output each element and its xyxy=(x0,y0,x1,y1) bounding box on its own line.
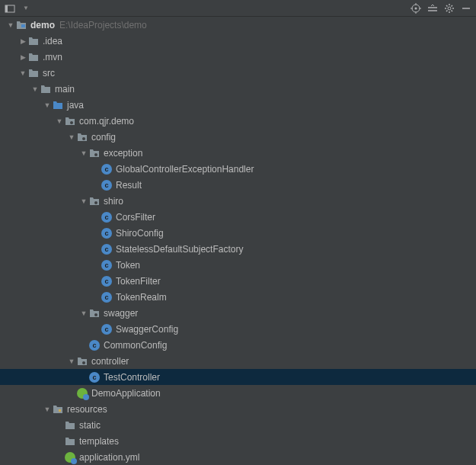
tree-item[interactable]: ▼main xyxy=(0,81,476,97)
tree-item[interactable]: ▼demoE:\IdeaProjects\demo xyxy=(0,17,476,33)
tree-item-label: demo xyxy=(30,20,55,30)
svg-point-15 xyxy=(94,153,97,156)
svg-rect-12 xyxy=(21,24,25,27)
chevron-down-icon[interactable]: ▼ xyxy=(55,117,64,125)
tree-item[interactable]: DemoApplication xyxy=(0,385,476,401)
chevron-down-icon[interactable]: ▼ xyxy=(79,309,88,317)
tree-item-label: Token xyxy=(116,260,140,271)
chevron-down-icon[interactable]: ▼ xyxy=(30,85,40,93)
chevron-down-icon[interactable]: ▼ xyxy=(67,358,76,365)
java-class-icon: c xyxy=(88,339,101,351)
tree-item[interactable]: ▼controller xyxy=(0,353,476,369)
java-class-icon: c xyxy=(101,211,113,223)
tree-item[interactable]: cToken xyxy=(0,257,476,273)
tree-item[interactable]: application.yml xyxy=(0,449,476,465)
package-icon xyxy=(88,147,101,159)
chevron-down-icon[interactable]: ▼ xyxy=(79,149,88,157)
chevron-down-icon[interactable]: ▼ xyxy=(79,197,88,205)
java-class-icon: c xyxy=(101,243,113,255)
folder-icon xyxy=(64,419,76,431)
minimize-icon[interactable] xyxy=(461,3,471,14)
java-class-icon: c xyxy=(101,291,113,303)
project-dropdown-icon[interactable]: ▼ xyxy=(23,5,29,11)
tree-item[interactable]: cShiroConfig xyxy=(0,225,476,241)
tree-item-label: TokenRealm xyxy=(116,292,167,303)
tree-item[interactable]: ▼src xyxy=(0,65,476,81)
tree-item-label: .mvn xyxy=(43,52,62,63)
tree-item[interactable]: cTestController xyxy=(0,369,476,385)
tree-item-label: TestController xyxy=(104,372,160,383)
tree-item-label: Result xyxy=(116,180,142,191)
folder-icon xyxy=(27,67,40,79)
tree-item-label: CorsFilter xyxy=(116,212,155,223)
tree-item-label: ShiroConfig xyxy=(116,228,164,239)
package-icon xyxy=(76,355,88,367)
svg-rect-1 xyxy=(5,5,8,12)
java-class-icon: c xyxy=(101,163,113,175)
svg-point-17 xyxy=(94,313,97,316)
tree-item-label: java xyxy=(67,100,84,111)
tree-item[interactable]: ▼java xyxy=(0,97,476,113)
gear-icon[interactable] xyxy=(444,3,455,14)
collapse-icon[interactable] xyxy=(427,3,438,14)
tree-item[interactable]: cCommonConfig xyxy=(0,337,476,353)
tree-item-label: application.yml xyxy=(79,452,139,463)
tree-item[interactable]: ▶.mvn xyxy=(0,49,476,65)
tree-item-label: controller xyxy=(91,356,129,367)
tree-item[interactable]: ▼com.qjr.demo xyxy=(0,113,476,129)
tree-item[interactable]: ▶.idea xyxy=(0,33,476,49)
tree-item[interactable]: cTokenRealm xyxy=(0,289,476,305)
tree-item-label: SwaggerConfig xyxy=(116,324,178,335)
tree-item[interactable]: cGlobalControllerExceptionHandler xyxy=(0,161,476,177)
toolbar-right xyxy=(411,3,471,14)
folder-icon xyxy=(27,35,40,47)
folder-icon xyxy=(27,51,40,63)
tree-item-path: E:\IdeaProjects\demo xyxy=(59,20,147,30)
project-tree: ▼demoE:\IdeaProjects\demo▶.idea▶.mvn▼src… xyxy=(0,17,476,465)
chevron-down-icon[interactable]: ▼ xyxy=(43,406,52,413)
java-class-icon: c xyxy=(101,259,113,271)
tree-item[interactable]: cSwaggerConfig xyxy=(0,321,476,337)
tree-item-label: com.qjr.demo xyxy=(79,116,134,127)
tree-item-label: .idea xyxy=(43,36,62,46)
tree-item[interactable]: cStatelessDefaultSubjectFactory xyxy=(0,241,476,257)
tree-item[interactable]: ▼shiro xyxy=(0,193,476,209)
tree-item[interactable]: ▼config xyxy=(0,129,476,145)
tree-item-label: templates xyxy=(79,436,119,447)
tree-item[interactable]: cCorsFilter xyxy=(0,209,476,225)
tree-item[interactable]: ▼exception xyxy=(0,145,476,161)
resources-folder-icon xyxy=(52,403,64,415)
target-icon[interactable] xyxy=(411,3,421,14)
chevron-down-icon[interactable]: ▼ xyxy=(43,101,52,109)
svg-point-18 xyxy=(82,361,85,364)
chevron-down-icon[interactable]: ▼ xyxy=(6,21,15,29)
package-icon xyxy=(88,307,101,319)
tree-item[interactable]: ▼swagger xyxy=(0,305,476,321)
svg-rect-19 xyxy=(59,409,61,412)
project-tab-icon xyxy=(5,3,15,14)
tree-item[interactable]: templates xyxy=(0,433,476,449)
svg-point-13 xyxy=(70,121,73,124)
folder-icon xyxy=(40,83,52,95)
tree-item-label: static xyxy=(79,420,101,431)
java-class-icon: c xyxy=(101,323,113,335)
tree-item-label: TokenFilter xyxy=(116,276,161,287)
tree-item[interactable]: ▼resources xyxy=(0,401,476,417)
tree-item[interactable]: cTokenFilter xyxy=(0,273,476,289)
svg-point-10 xyxy=(448,7,451,10)
package-icon xyxy=(76,131,88,143)
tree-item-label: resources xyxy=(67,404,107,415)
chevron-right-icon[interactable]: ▶ xyxy=(18,37,27,45)
tree-item-label: exception xyxy=(104,148,142,159)
chevron-down-icon[interactable]: ▼ xyxy=(67,133,76,141)
toolbar-left: ▼ xyxy=(5,3,411,14)
tree-item-label: shiro xyxy=(104,196,123,207)
java-class-icon: c xyxy=(101,179,113,191)
module-icon xyxy=(15,19,27,31)
tree-item-label: DemoApplication xyxy=(91,388,161,399)
java-class-icon: c xyxy=(88,371,101,383)
chevron-down-icon[interactable]: ▼ xyxy=(18,69,27,77)
chevron-right-icon[interactable]: ▶ xyxy=(18,53,27,61)
tree-item[interactable]: static xyxy=(0,417,476,433)
tree-item[interactable]: cResult xyxy=(0,177,476,193)
